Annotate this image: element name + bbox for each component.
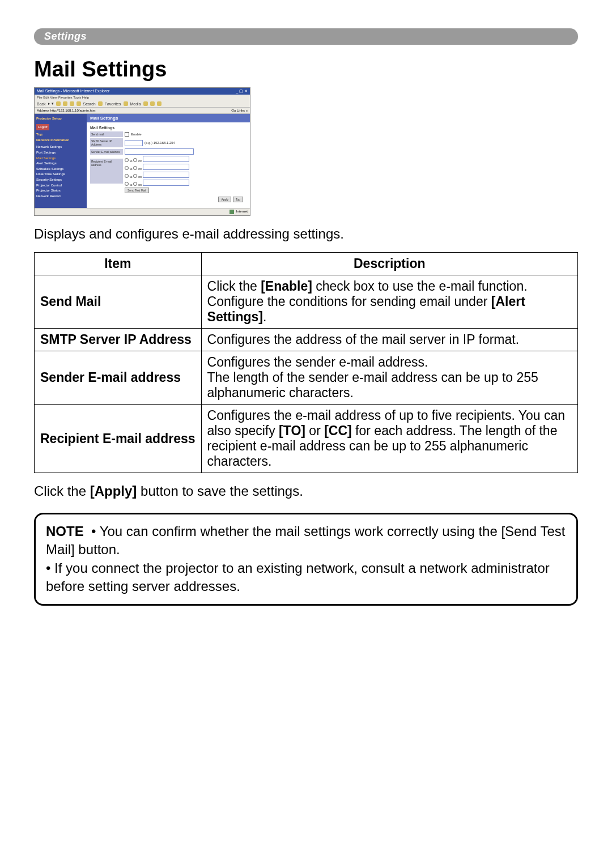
cc-label: cc [138,167,142,171]
address-value: http://192.168.1.10/admin.htm [50,109,96,112]
to-label: to [130,175,133,178]
to-label: to [130,159,133,163]
sidebar-item: Projector Control [36,183,85,189]
sidebar-item: Port Settings [36,150,85,156]
section-banner: Settings [34,28,578,45]
sidebar-item: Network Settings [36,144,85,150]
item-sender: Sender E-mail address [35,351,202,405]
item-smtp: SMTP Server IP Address [35,329,202,351]
note-bullet-2: • If you connect the projector to an exi… [46,560,550,594]
row-sender: Sender E-mail address [90,149,123,155]
sidebar-item: Mail Settings [36,156,85,161]
cc-radio [133,174,137,178]
note-box: NOTE • You can confirm whether the mail … [34,513,578,606]
row-send-mail: Send mail [90,131,123,137]
text: or [305,423,324,438]
address-label: Address [37,109,49,112]
links-label: Links [237,109,245,112]
settings-table: Item Description Send Mail Click the [En… [34,252,578,473]
desc-recipient: Configures the e-mail address of up to f… [201,405,577,473]
main-panel: Mail Settings Mail Settings Send mail En… [87,114,250,208]
go-label: Go [231,109,236,112]
page-title: Mail Settings [34,57,578,82]
to-radio [125,158,129,162]
recipient-input [143,180,189,186]
sidebar-item: Alert Settings [36,161,85,167]
section-title: Mail Settings [90,126,246,130]
window-titlebar: Mail Settings - Microsoft Internet Explo… [35,88,250,95]
sidebar-item: Security Settings [36,177,85,183]
item-recipient: Recipient E-mail address [35,405,202,473]
th-item: Item [35,253,202,275]
cc-label: cc [138,159,142,163]
search-icon [76,101,81,106]
apply-button: Apply [218,197,231,202]
recipient-input [143,156,189,162]
history-icon [143,101,148,106]
bold: [Enable] [261,279,312,293]
sidebar-top: Top: [36,132,85,138]
enable-label: Enable [131,133,142,136]
to-label: to [130,183,133,186]
sidebar-title: Projector Setup [36,116,85,122]
to-radio [125,166,129,170]
desc-sender: Configures the sender e-mail address. Th… [201,351,577,405]
sidebar-item: Date/Time Settings [36,172,85,177]
item-send-mail: Send Mail [35,275,202,329]
refresh-icon [63,101,67,106]
back-label: Back [37,102,46,106]
recipient-input [143,172,189,178]
cc-label: cc [138,175,142,178]
text: Click the [34,483,90,499]
text: Click the [207,279,261,293]
to-radio [125,174,129,178]
mail-icon [150,101,155,106]
favorites-label: Favorites [105,102,121,106]
search-label: Search [83,102,96,106]
main-header: Mail Settings [87,114,250,122]
note-bullet-1: • You can confirm whether the mail setti… [46,524,565,557]
zone-icon [230,210,234,214]
cc-radio [133,182,137,186]
cc-radio [133,166,137,170]
cc-radio [133,158,137,162]
desc-send-mail: Click the [Enable] check box to use the … [201,275,577,329]
enable-checkbox [125,132,129,137]
home-icon [70,101,74,106]
banner-label: Settings [44,31,87,42]
window-controls: _ ▢ ✕ [236,89,248,93]
logoff-button: Logoff [36,124,49,131]
to-label: to [130,167,133,171]
smtp-hint: (e.g.) 192.168.1.254 [144,141,175,144]
sender-input [125,148,194,155]
smtp-input [125,140,143,146]
to-radio [125,182,129,186]
apply-line: Click the [Apply] button to save the set… [34,483,578,499]
sidebar-item: Network Restart [36,194,85,199]
status-bar: Internet [35,208,250,215]
toolbar: Back ▸ ▾ Search Favorites Media [35,100,250,108]
sidebar-item: Schedule Settings [36,167,85,172]
bold: [Apply] [90,483,137,499]
stop-icon [56,101,61,106]
status-text: Internet [236,210,248,214]
sidebar: Projector Setup Logoff Top: Network Info… [35,114,87,208]
address-bar: Address http://192.168.1.10/admin.htm Go… [35,108,250,114]
sidebar-item: Projector Status [36,188,85,194]
desc-smtp: Configures the address of the mail serve… [201,329,577,351]
menubar: File Edit View Favorites Tools Help [35,95,250,100]
send-test-button: Send Test Mail [125,188,149,193]
embedded-screenshot: Mail Settings - Microsoft Internet Explo… [34,87,250,216]
print-icon [157,101,162,106]
th-desc: Description [201,253,577,275]
media-label: Media [130,102,141,106]
text: button to save the settings. [137,483,303,499]
cc-label: cc [138,183,142,186]
media-icon [124,101,128,106]
window-title: Mail Settings - Microsoft Internet Explo… [37,89,109,93]
favorites-icon [98,101,103,106]
intro-text: Displays and configures e-mail addressin… [34,226,578,242]
bold: [TO] [279,423,305,438]
sidebar-network-info: Network Information [36,138,85,143]
top-button: Top [233,197,243,202]
